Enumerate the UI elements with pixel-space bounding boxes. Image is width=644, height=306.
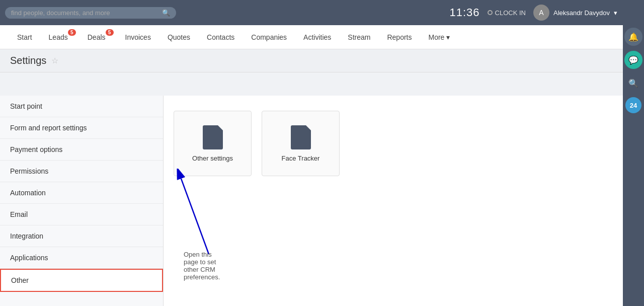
nav-leads[interactable]: Leads 5: [42, 25, 78, 49]
clock-dot: [488, 10, 493, 15]
other-settings-card[interactable]: Other settings: [174, 111, 252, 176]
svg-line-1: [181, 179, 209, 254]
other-settings-label: Other settings: [192, 155, 233, 162]
notifications-icon[interactable]: 🔔: [624, 28, 642, 46]
page-header: Settings ☆: [0, 49, 623, 72]
sidebar-item-payment[interactable]: Payment options: [0, 139, 163, 161]
search-input[interactable]: [11, 9, 158, 17]
nav-stream[interactable]: Stream: [341, 25, 377, 49]
settings-sidebar: Start point Form and report settings Pay…: [0, 96, 164, 306]
page-title: Settings: [10, 55, 46, 66]
sidebar-item-applications[interactable]: Applications: [0, 247, 163, 269]
nav-quotes[interactable]: Quotes: [160, 25, 197, 49]
nav-deals[interactable]: Deals 5: [80, 25, 116, 49]
clock-in-button[interactable]: CLOCK IN: [488, 9, 526, 17]
user-chevron: ▾: [614, 9, 617, 17]
user-menu[interactable]: A Aleksandr Davydov ▾: [533, 5, 617, 21]
nav-invoices[interactable]: Invoices: [118, 25, 158, 49]
sidebar-item-other[interactable]: Other: [0, 269, 163, 292]
hint-text: Open this page to set other CRM preferen…: [184, 251, 220, 281]
nav-more[interactable]: More ▾: [422, 25, 457, 49]
face-tracker-label: Face Tracker: [282, 155, 320, 162]
face-tracker-card[interactable]: Face Tracker: [262, 111, 340, 176]
sidebar-item-start-point[interactable]: Start point: [0, 96, 163, 117]
search-box[interactable]: 🔍: [5, 7, 176, 19]
sidebar-item-integration[interactable]: Integration: [0, 225, 163, 247]
favorite-icon[interactable]: ☆: [51, 56, 58, 65]
sidebar-item-automation[interactable]: Automation: [0, 182, 163, 204]
chat-icon[interactable]: 💬: [624, 51, 642, 69]
sidebar-search-icon[interactable]: 🔍: [624, 74, 642, 92]
cards-row: Other settings Face Tracker: [174, 111, 613, 176]
sidebar-item-permissions[interactable]: Permissions: [0, 161, 163, 182]
page-layout: Settings ☆ Start point Form and report s…: [0, 49, 623, 306]
nav-start[interactable]: Start: [10, 25, 39, 49]
nav-reports[interactable]: Reports: [380, 25, 419, 49]
navbar: Start Leads 5 Deals 5 Invoices Quotes Co…: [0, 25, 644, 49]
leads-badge: 5: [68, 29, 76, 36]
sidebar-item-email[interactable]: Email: [0, 204, 163, 225]
nav-activities[interactable]: Activities: [296, 25, 338, 49]
clock-area: 11:36 CLOCK IN A Aleksandr Davydov ▾ ?: [450, 5, 639, 21]
search-icon: 🔍: [162, 9, 170, 17]
user-name: Aleksandr Davydov: [553, 9, 610, 17]
main-area: Other settings Face Tracker: [164, 96, 623, 306]
notification-badge[interactable]: 24: [625, 97, 641, 113]
deals-badge: 5: [106, 29, 114, 36]
topbar: 🔍 11:36 CLOCK IN A Aleksandr Davydov ▾ ?: [0, 0, 644, 25]
layout-inner: Start point Form and report settings Pay…: [0, 72, 623, 306]
clock-in-label: CLOCK IN: [495, 9, 526, 17]
avatar: A: [533, 5, 549, 21]
sidebar-item-form-report[interactable]: Form and report settings: [0, 117, 163, 139]
clock-display: 11:36: [450, 6, 480, 19]
other-settings-icon: [203, 125, 223, 149]
face-tracker-icon: [291, 125, 311, 149]
right-sidebar: 🔔 💬 🔍 24: [623, 0, 644, 306]
nav-companies[interactable]: Companies: [244, 25, 294, 49]
nav-contacts[interactable]: Contacts: [200, 25, 242, 49]
arrow-annotation: [174, 169, 214, 261]
